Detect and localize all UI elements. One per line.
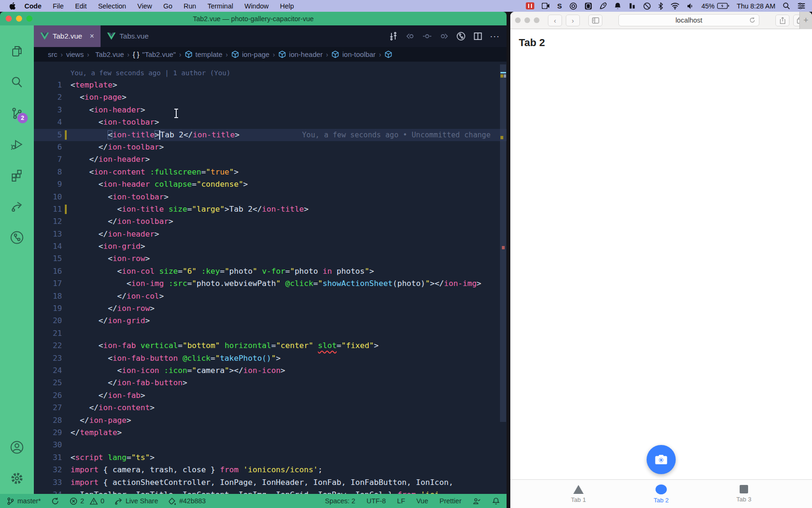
line-number[interactable]: 32 <box>34 464 62 476</box>
line-number[interactable]: 7 <box>34 153 62 166</box>
code-line-30[interactable]: 30 <box>34 439 507 451</box>
code-line-7[interactable]: 7 </ion-header> <box>34 153 507 166</box>
code-line-28[interactable]: 28 </ion-page> <box>34 414 507 427</box>
code-line-3[interactable]: 3 <ion-header> <box>34 104 507 116</box>
code-line-5[interactable]: 5 <ion-title>Tab 2</ion-title>You, a few… <box>34 129 507 141</box>
line-number[interactable]: 29 <box>34 427 62 439</box>
breadcrumb-ion-page[interactable]: ion-page <box>231 50 269 58</box>
slack-icon[interactable]: S <box>557 2 562 10</box>
share-button[interactable] <box>775 15 789 26</box>
activity-live-share-icon[interactable] <box>6 191 28 222</box>
code-line-11[interactable]: 11 <ion-title size="large">Tab 2</ion-ti… <box>34 203 507 215</box>
line-number[interactable]: 11 <box>34 203 62 215</box>
menu-file[interactable]: File <box>47 2 69 10</box>
volume-icon[interactable] <box>687 2 694 10</box>
code-line-23[interactable]: 23 <ion-fab-button @click="takePhoto()"> <box>34 352 507 365</box>
line-number[interactable]: 21 <box>34 327 62 340</box>
notifications-button[interactable] <box>492 497 500 505</box>
menu-terminal[interactable]: Terminal <box>202 2 239 10</box>
code-line-24[interactable]: 24 <ion-icon :icon="camera"></ion-icon> <box>34 365 507 377</box>
line-number[interactable]: 28 <box>34 414 62 427</box>
line-number[interactable]: 14 <box>34 240 62 253</box>
code-line-16[interactable]: 16 <ion-col size="6" :key="photo" v-for=… <box>34 265 507 278</box>
activity-explorer-icon[interactable] <box>6 36 28 67</box>
close-window-button[interactable] <box>515 17 521 23</box>
color-highlight-status[interactable]: #42b883 <box>168 497 205 505</box>
code-line-31[interactable]: 31<script lang="ts"> <box>34 452 507 464</box>
activity-accounts-icon[interactable] <box>6 432 28 463</box>
line-number[interactable]: 15 <box>34 253 62 265</box>
code-line-8[interactable]: 8 <ion-content :fullscreen="true"> <box>34 166 507 178</box>
menubar-clock[interactable]: Thu 8:28 AM <box>737 2 775 10</box>
line-number[interactable]: 30 <box>34 439 62 451</box>
apple-icon[interactable] <box>7 2 19 10</box>
reload-icon[interactable] <box>749 17 756 24</box>
line-number[interactable]: 12 <box>34 215 62 228</box>
live-share-button[interactable]: Live Share <box>115 497 158 505</box>
breadcrumb-ion-header[interactable]: ion-header <box>278 50 323 58</box>
language-mode-status[interactable]: Vue <box>416 497 428 505</box>
code-line-15[interactable]: 15 <ion-row> <box>34 253 507 265</box>
code-line-34[interactable]: 34 IonToolbar, IonTitle, IonContent, Ion… <box>34 489 507 494</box>
code-line-17[interactable]: 17 <ion-img :src="photo.webviewPath" @cl… <box>34 278 507 290</box>
ionic-tab-tab-2[interactable]: Tab 2 <box>640 480 682 508</box>
line-number[interactable]: 2 <box>34 91 62 103</box>
control-center-icon[interactable] <box>797 2 805 10</box>
code-line-26[interactable]: 26 </ion-fab> <box>34 389 507 402</box>
app-square-icon[interactable] <box>585 2 592 10</box>
editor-scrollbar[interactable] <box>500 62 507 494</box>
formatter-status[interactable]: Prettier <box>439 497 461 505</box>
line-number[interactable]: 20 <box>34 315 62 327</box>
line-number[interactable]: 4 <box>34 116 62 128</box>
code-line-29[interactable]: 29</template> <box>34 427 507 439</box>
split-editor-icon[interactable] <box>472 30 484 42</box>
code-line-21[interactable]: 21 <box>34 327 507 340</box>
bluetooth-icon[interactable] <box>658 2 663 10</box>
code-line-19[interactable]: 19 </ion-row> <box>34 302 507 315</box>
current-change-icon[interactable] <box>421 30 433 42</box>
menu-edit[interactable]: Edit <box>70 2 93 10</box>
menu-view[interactable]: View <box>132 2 157 10</box>
next-change-icon[interactable] <box>438 30 450 42</box>
forward-button[interactable]: › <box>566 15 580 26</box>
spotlight-search-icon[interactable] <box>783 2 790 10</box>
breadcrumb-item[interactable] <box>384 50 392 58</box>
video-app-icon[interactable] <box>542 2 550 10</box>
bell-icon[interactable] <box>614 2 621 10</box>
git-branch-status[interactable]: master* <box>7 497 41 505</box>
line-number[interactable]: 1 <box>34 79 62 91</box>
code-line-4[interactable]: 4 <ion-toolbar> <box>34 116 507 128</box>
line-number[interactable]: 5 <box>34 129 62 141</box>
editor-tab-tab2.vue[interactable]: Tab2.vue× <box>34 25 101 47</box>
sidebar-toggle-button[interactable] <box>588 15 602 26</box>
breadcrumb-ion-toolbar[interactable]: ion-toolbar <box>331 50 375 58</box>
menu-run[interactable]: Run <box>178 2 202 10</box>
line-number[interactable]: 13 <box>34 228 62 240</box>
code-line-20[interactable]: 20 </ion-grid> <box>34 315 507 327</box>
menu-help[interactable]: Help <box>274 2 300 10</box>
code-line-6[interactable]: 6 </ion-toolbar> <box>34 141 507 153</box>
stats-bars-icon[interactable] <box>629 2 636 10</box>
film-app-icon[interactable] <box>526 2 534 10</box>
code-line-1[interactable]: 1<template> <box>34 79 507 91</box>
code-line-13[interactable]: 13 </ion-header> <box>34 228 507 240</box>
previous-change-icon[interactable] <box>404 30 416 42</box>
activity-source-control-icon[interactable]: 2 <box>6 98 28 129</box>
battery-status[interactable]: 45% <box>702 2 729 10</box>
code-line-27[interactable]: 27 </ion-content> <box>34 402 507 414</box>
code-line-33[interactable]: 33import { actionSheetController, IonPag… <box>34 476 507 489</box>
more-actions-icon[interactable]: ··· <box>489 30 501 42</box>
activity-settings-icon[interactable] <box>6 463 28 494</box>
wifi-icon[interactable] <box>671 2 679 10</box>
new-tab-button[interactable]: + <box>799 12 812 29</box>
open-changes-icon[interactable] <box>387 30 399 42</box>
take-photo-fab-button[interactable] <box>647 445 676 474</box>
code-line-14[interactable]: 14 <ion-grid> <box>34 240 507 253</box>
code-line-10[interactable]: 10 <ion-toolbar> <box>34 191 507 203</box>
breadcrumb-src[interactable]: src <box>48 50 57 58</box>
line-number[interactable]: 26 <box>34 389 62 402</box>
encoding-status[interactable]: UTF-8 <box>367 497 386 505</box>
eol-status[interactable]: LF <box>397 497 405 505</box>
ionic-tab-tab-3[interactable]: Tab 3 <box>723 480 765 508</box>
minimize-window-button[interactable] <box>524 17 530 23</box>
